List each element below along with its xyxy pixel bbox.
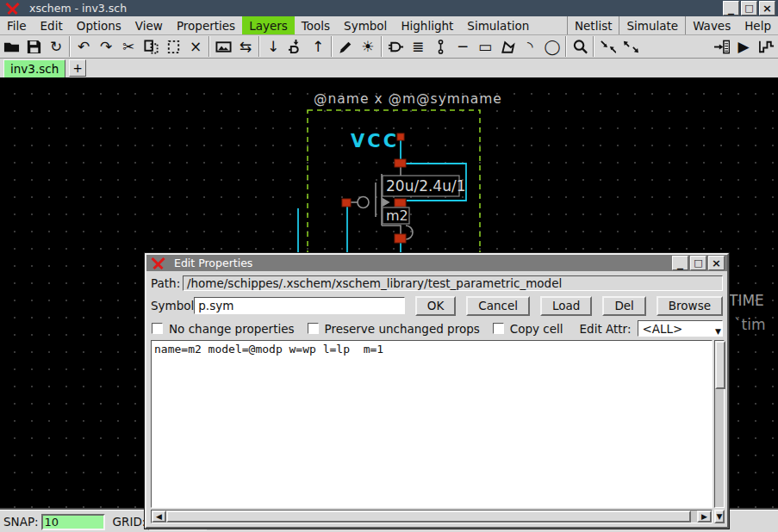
horizontal-scrollbar-thumb[interactable] (166, 510, 691, 523)
preserve-unchanged-props-checkbox[interactable] (308, 323, 319, 334)
toolbar-group: ↓↑ (262, 35, 329, 58)
menu-item-simulation[interactable]: Simulation (460, 16, 536, 34)
symbol-input[interactable]: p.sym (194, 297, 404, 314)
toolbar-zoom-box-button[interactable] (569, 36, 591, 58)
menu-item-netlist[interactable]: Netlist (567, 16, 619, 34)
toolbar-place-symbol-button[interactable] (212, 36, 234, 58)
dialog-titlebar[interactable]: Edit Properties ▁□× (146, 255, 727, 271)
toolbar-cut-button[interactable]: ✂ (117, 36, 140, 58)
vertical-scrollbar-thumb[interactable] (715, 341, 725, 389)
menu-item-options[interactable]: Options (70, 16, 128, 34)
chevron-down-icon[interactable]: ▼ (714, 328, 722, 336)
toolbar-edit-pen-button[interactable] (334, 36, 357, 58)
toolbar-copy-button[interactable] (140, 36, 162, 58)
toolbar-save-file-button[interactable] (22, 36, 45, 58)
toolbar-descend-symbol-button[interactable] (284, 36, 307, 58)
menu-item-symbol[interactable]: Symbol (337, 16, 394, 34)
dialog-minimize-button[interactable]: ▁ (672, 256, 688, 270)
toolbar-simulate-button[interactable]: ▶ (732, 36, 755, 58)
toolbar-place-arc-button[interactable]: ◝ (519, 36, 541, 58)
toolbar-go-back-button[interactable]: ↑ (307, 36, 329, 58)
toolbar-toggle-symbol-schematic-button[interactable]: ⇆ (234, 36, 257, 58)
menu-item-simulate[interactable]: Simulate (619, 16, 685, 34)
menu-item-layers[interactable]: Layers (242, 16, 295, 34)
tab-inv3-sch[interactable]: inv3.sch (3, 59, 65, 78)
xschem-logo-icon (151, 257, 165, 269)
toolbar-place-rect-button[interactable]: ▭ (474, 36, 496, 58)
menu-item-view[interactable]: View (128, 16, 170, 34)
menu-item-waves[interactable]: Waves (685, 16, 738, 34)
netlist-icon (713, 39, 730, 55)
pin-gate[interactable] (342, 199, 351, 207)
toolbar-redo-button[interactable]: ↷ (95, 36, 117, 58)
minimize-button[interactable]: ▁ (723, 1, 739, 15)
toolbar-waves-button[interactable] (755, 36, 777, 58)
toolbar-toggle-light-dark-button[interactable]: ☀ (357, 36, 379, 58)
dialog-maximize-button[interactable]: □ (690, 256, 706, 270)
toolbar-zoom-in-button[interactable] (596, 36, 619, 58)
toolbar-place-wire-button[interactable]: ─ (451, 36, 474, 58)
menu-right: NetlistSimulateWavesHelp (567, 16, 778, 34)
toolbar: ↻↶↷✂×⇆↓↑☀≣─▭◝◯▶ (0, 35, 778, 59)
toolbar-descend-schematic-button[interactable]: ↓ (262, 36, 284, 58)
ok-button[interactable]: OK (415, 296, 456, 316)
mos-size-text[interactable]: 20u/2.4u/1 (386, 177, 466, 195)
browse-button[interactable]: Browse (657, 296, 723, 316)
maximize-button[interactable]: □ (741, 1, 757, 15)
close-button[interactable]: × (759, 1, 775, 15)
toolbar-delete-button[interactable]: × (184, 36, 207, 58)
toolbar-reload-button[interactable]: ↻ (45, 36, 67, 58)
edit-properties-dialog: Edit Properties ▁□× Path: /home/schippes… (145, 253, 729, 529)
toolbar-zoom-out-button[interactable] (619, 36, 641, 58)
pin-bottom[interactable] (395, 234, 406, 243)
menu-item-file[interactable]: File (0, 16, 34, 34)
toolbar-group: ☀ (334, 35, 379, 58)
toolbar-place-circle-button[interactable]: ◯ (541, 36, 563, 58)
toolbar-place-net-label-button[interactable]: ≣ (407, 36, 429, 58)
no-change-properties-checkbox[interactable] (152, 323, 163, 334)
scroll-left-arrow-icon[interactable]: ◀ (152, 510, 166, 523)
mos-name-text[interactable]: m2 (386, 207, 408, 224)
menu-item-help[interactable]: Help (738, 16, 778, 34)
paste-icon (165, 39, 182, 55)
toolbar-place-component-button[interactable] (384, 36, 407, 58)
toolbar-group: ⇆ (212, 35, 257, 58)
edit-attr-dropdown[interactable]: <ALL> ▼ (638, 320, 723, 337)
vcc-net-label[interactable]: VCC (351, 131, 399, 152)
menu-item-edit[interactable]: Edit (34, 16, 70, 34)
vertical-scrollbar[interactable] (714, 340, 725, 508)
edit-pen-icon (338, 39, 354, 55)
pin-source[interactable] (395, 159, 406, 167)
window-titlebar[interactable]: xschem - inv3.sch ▁□× (0, 0, 778, 16)
symbol-format-text[interactable]: @name x @m@symname (314, 91, 502, 107)
load-button[interactable]: Load (540, 296, 592, 316)
symbol-label: Symbol (151, 299, 194, 312)
menu-item-highlight[interactable]: Highlight (394, 16, 460, 34)
xschem-window: { "window": { "title": "xschem - inv3.sc… (0, 0, 778, 532)
toolbar-place-polygon-button[interactable] (496, 36, 519, 58)
toolbar-paste-button[interactable] (162, 36, 184, 58)
scroll-down-arrow-icon[interactable]: ▼ (714, 510, 725, 523)
zoom-in-icon (600, 39, 616, 55)
menu-item-tools[interactable]: Tools (295, 16, 337, 34)
dialog-close-button[interactable]: × (708, 256, 725, 270)
tabbar: inv3.sch + (0, 59, 778, 77)
copy-cell-checkbox[interactable] (493, 323, 504, 334)
toolbar-netlist-button[interactable] (710, 36, 732, 58)
new-tab-button[interactable]: + (69, 59, 86, 77)
del-button[interactable]: Del (602, 296, 645, 316)
pin-vcc-top[interactable] (397, 133, 404, 140)
toolbar-undo-button[interactable]: ↶ (72, 36, 95, 58)
pin-drain[interactable] (395, 199, 406, 207)
dialog-title: Edit Properties (174, 257, 252, 269)
place-component-icon (388, 39, 404, 55)
toolbar-open-file-button[interactable] (0, 36, 22, 58)
snap-field[interactable]: 10 (41, 514, 105, 530)
horizontal-scrollbar[interactable]: ◀ ▶ (151, 510, 713, 523)
edit-attr-value: <ALL> (642, 322, 682, 336)
cancel-button[interactable]: Cancel (466, 296, 530, 316)
properties-textarea[interactable]: name=m2 model=@modp w=wp l=lp m=1 (151, 340, 713, 508)
toolbar-place-pin-button[interactable] (429, 36, 451, 58)
scroll-right-arrow-icon[interactable]: ▶ (697, 510, 712, 523)
menu-item-properties[interactable]: Properties (170, 16, 242, 34)
